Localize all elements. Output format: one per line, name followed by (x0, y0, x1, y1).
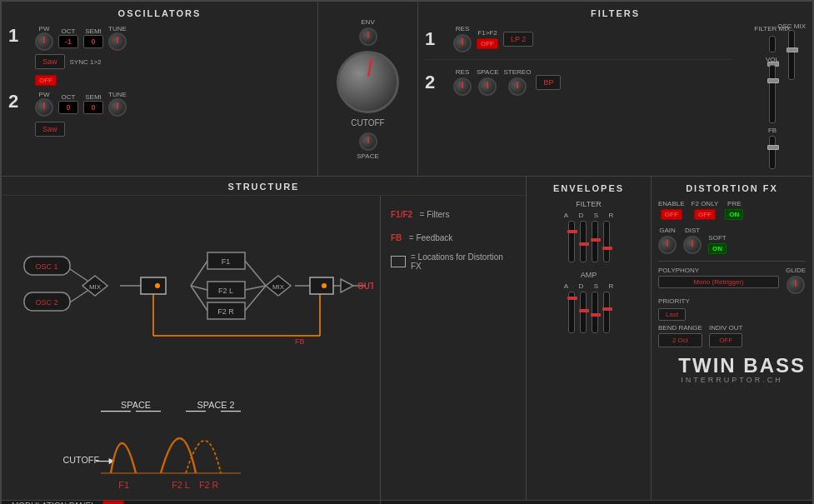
svg-text:CUTOFF: CUTOFF (62, 455, 99, 465)
adsr-a2: A (563, 282, 570, 290)
osc1-pw-label: PW (39, 25, 50, 32)
vol-slider[interactable] (769, 65, 776, 123)
svg-text:MIX: MIX (89, 283, 102, 291)
dist-f2only-btn[interactable]: OFF (694, 209, 716, 220)
adsr-d1: D (578, 212, 585, 219)
filter2-type-btn[interactable]: BP (536, 75, 561, 90)
cutoff-label: CUTOFF (351, 118, 384, 127)
fb-slider[interactable] (769, 136, 776, 169)
svg-point-24 (155, 283, 160, 288)
filter2-res-knob[interactable] (453, 77, 472, 96)
svg-text:OSC 2: OSC 2 (35, 298, 57, 307)
polyphony-label: POLYPHONY (658, 267, 779, 274)
osc2-semi-val[interactable]: 0 (83, 101, 103, 114)
filter1-res-label: RES (456, 25, 469, 32)
synth-body: OSCILLATORS 1 PW OCT -1 (0, 0, 814, 504)
svg-text:F2 L: F2 L (172, 480, 190, 490)
envelope-diagram: SPACE SPACE 2 CUTOFF (8, 393, 373, 493)
filter-env-a[interactable] (568, 221, 575, 262)
legend-box: = Locations for Distortion FX (391, 252, 516, 271)
polyphony-section: POLYPHONY Mono (Retrigger) GLIDE PRIORIT… (658, 261, 806, 384)
svg-text:SPACE: SPACE (121, 400, 151, 410)
polyphony-mode-btn[interactable]: Mono (Retrigger) (658, 276, 779, 288)
envelopes-panel: ENVELOPES FILTER A D S R (527, 177, 652, 500)
brand-sub: INTERRUPTOR.CH (658, 376, 806, 384)
fb-label: FB (768, 127, 777, 134)
distortion-title: DISTORTION FX (658, 183, 806, 193)
amp-env-a[interactable] (568, 292, 575, 333)
space-knob[interactable] (359, 132, 377, 151)
osc1-oct-val[interactable]: -1 (58, 35, 78, 48)
svg-line-7 (245, 261, 266, 286)
filter-mix-slider[interactable] (769, 36, 776, 52)
env-knob[interactable] (359, 27, 377, 46)
filter1-res-knob[interactable] (453, 34, 472, 52)
svg-text:SPACE 2: SPACE 2 (197, 400, 235, 410)
filter1-type-btn[interactable]: LP 2 (503, 32, 533, 47)
bend-range-btn[interactable]: 2 Oct (658, 333, 702, 347)
filter-env-d[interactable] (580, 221, 587, 262)
svg-rect-23 (141, 277, 166, 294)
osc2-pw-knob[interactable] (35, 98, 53, 117)
osc1-pw-knob[interactable] (35, 32, 53, 51)
priority-btn[interactable]: Last (658, 308, 686, 321)
svg-text:OUT: OUT (357, 282, 373, 291)
dist-gain-knob[interactable] (658, 236, 677, 254)
osc2-waveform-btn[interactable]: Saw (35, 122, 65, 137)
filter2-space-knob[interactable] (478, 77, 497, 96)
amp-env-s[interactable] (592, 292, 598, 333)
osc1-number: 1 (8, 25, 25, 47)
filter-env-label: FILTER (533, 200, 644, 208)
legend-fb: FB = Feedback (391, 229, 516, 244)
env-label: ENV (361, 18, 374, 26)
osc2-oct-val[interactable]: 0 (58, 101, 78, 114)
dist-enable-btn[interactable]: OFF (661, 209, 682, 220)
filter2-res-label: RES (456, 68, 469, 76)
glide-label: GLIDE (786, 267, 806, 274)
filters-title: FILTERS (425, 8, 806, 18)
cutoff-knob[interactable] (337, 51, 399, 113)
legend-f1f2: F1/F2 = Filters (391, 206, 516, 221)
filters-panel: FILTERS 1 RES F1>F2 (418, 2, 812, 176)
svg-text:F1: F1 (222, 257, 231, 266)
osc-mix-label: OSC MIX (777, 22, 806, 30)
svg-point-34 (322, 283, 327, 288)
amp-env-r[interactable] (603, 292, 610, 333)
osc-mix-slider[interactable] (788, 30, 795, 80)
dist-soft-label: SOFT (708, 234, 726, 242)
dist-soft-btn[interactable]: ON (708, 243, 727, 254)
filter1-number: 1 (425, 28, 442, 50)
osc1-sync-label: SYNC 1>2 (70, 58, 102, 66)
glide-knob[interactable] (787, 276, 805, 294)
adsr-s2: S (593, 282, 600, 290)
osc1-waveform-btn[interactable]: Saw (35, 54, 65, 69)
brand-name: TWIN BASS (658, 356, 806, 376)
dist-pre-label: PRE (727, 200, 741, 207)
osc1-tune-label: TUNE (108, 25, 127, 32)
osc1-tune-knob[interactable] (108, 32, 127, 51)
filter2-space-label: SPACE (477, 68, 499, 76)
svg-text:F2 L: F2 L (218, 287, 233, 295)
priority-label: PRIORITY (658, 297, 806, 305)
dist-enable-label: ENABLE (658, 200, 685, 207)
indiv-out-btn[interactable]: OFF (709, 333, 742, 347)
osc2-tune-knob[interactable] (108, 98, 127, 117)
filter1-f1f2-btn[interactable]: OFF (477, 38, 498, 49)
dist-pre-btn[interactable]: ON (725, 209, 743, 220)
structure-panel: STRUCTURE (2, 177, 527, 500)
filter1-f1f2-label: F1>F2 (477, 29, 497, 37)
dist-dist-knob[interactable] (683, 236, 702, 254)
dist-dist-label: DIST (685, 227, 700, 234)
filter-env-r[interactable] (603, 221, 610, 262)
osc1-semi-val[interactable]: 0 (83, 35, 103, 48)
osc2-semi-label: SEMI (85, 93, 102, 101)
osc1-sync-btn[interactable]: OFF (35, 75, 57, 86)
space-label: SPACE (357, 152, 379, 160)
filter-env-s[interactable] (592, 221, 598, 262)
dist-gain-label: GAIN (659, 227, 676, 234)
filter2-number: 2 (425, 72, 442, 93)
amp-env-d[interactable] (580, 292, 587, 333)
svg-marker-35 (341, 279, 353, 292)
oscillators-title: OSCILLATORS (8, 8, 311, 18)
filter2-stereo-knob[interactable] (508, 77, 527, 96)
